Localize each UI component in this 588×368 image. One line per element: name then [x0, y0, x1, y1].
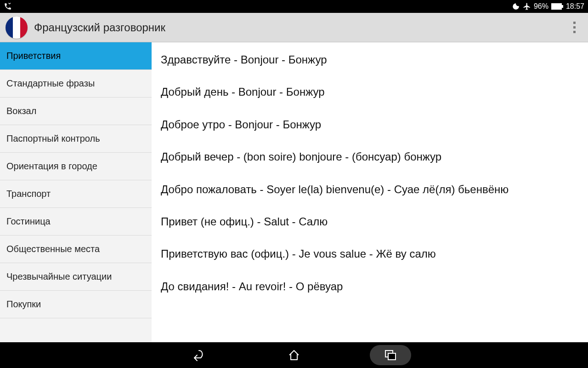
- category-sidebar: ПриветствияСтандартные фразыВокзалПаспор…: [0, 42, 152, 342]
- status-left: [4, 2, 12, 11]
- sidebar-item-category[interactable]: Покупки: [0, 291, 152, 318]
- system-nav-bar: [0, 342, 588, 368]
- svg-rect-3: [388, 353, 396, 360]
- phrase-item[interactable]: Добро пожаловать - Soyer le(la) bienvenu…: [161, 182, 580, 197]
- svg-rect-0: [551, 3, 562, 10]
- phrase-list: Здравствуйте - Bonjour - БонжурДобрый де…: [152, 42, 588, 342]
- france-flag-icon: [6, 17, 28, 39]
- status-right: 96% 18:57: [512, 2, 584, 11]
- sidebar-item-category[interactable]: Ориентация в городе: [0, 153, 152, 180]
- app-bar: Французский разговорник: [0, 13, 588, 42]
- sidebar-item-category[interactable]: Общественные места: [0, 236, 152, 263]
- sidebar-item-category[interactable]: Транспорт: [0, 180, 152, 208]
- status-bar: 96% 18:57: [0, 0, 588, 13]
- svg-rect-1: [562, 5, 563, 8]
- sidebar-item-category[interactable]: Стандартные фразы: [0, 70, 152, 98]
- battery-icon: [551, 3, 563, 10]
- phrase-item[interactable]: Здравствуйте - Bonjour - Бонжур: [161, 52, 580, 67]
- back-button[interactable]: [177, 345, 218, 365]
- phrase-item[interactable]: Добрый вечер - (bon soire) bonjoure - (б…: [161, 150, 580, 164]
- clock-time: 18:57: [566, 2, 584, 11]
- phrase-item[interactable]: Привет (не офиц.) - Salut - Салю: [161, 214, 580, 229]
- app-title: Французский разговорник: [34, 21, 566, 34]
- moon-icon: [512, 2, 520, 11]
- phrase-item[interactable]: Добрый день - Bonjour - Бонжур: [161, 85, 580, 99]
- phrase-item[interactable]: До свидания! - Au revoir! - О рёвуар: [161, 279, 580, 294]
- sidebar-item-category[interactable]: Чрезвычайные ситуации: [0, 263, 152, 291]
- overflow-menu-button[interactable]: [566, 17, 582, 39]
- sidebar-item-category[interactable]: Паспортный контроль: [0, 125, 152, 153]
- home-button[interactable]: [273, 345, 315, 365]
- sidebar-item-category[interactable]: Гостиница: [0, 208, 152, 236]
- main-content: ПриветствияСтандартные фразыВокзалПаспор…: [0, 42, 588, 342]
- call-icon: [4, 2, 12, 11]
- battery-percentage: 96%: [534, 2, 548, 11]
- recent-apps-button[interactable]: [370, 345, 411, 365]
- airplane-icon: [523, 2, 531, 11]
- sidebar-item-category[interactable]: Вокзал: [0, 98, 152, 125]
- phrase-item[interactable]: Доброе утро - Bonjour - Бонжур: [161, 117, 580, 132]
- phrase-item[interactable]: Приветствую вас (офиц.) - Je vous salue …: [161, 247, 580, 261]
- sidebar-item-category[interactable]: Приветствия: [0, 42, 152, 70]
